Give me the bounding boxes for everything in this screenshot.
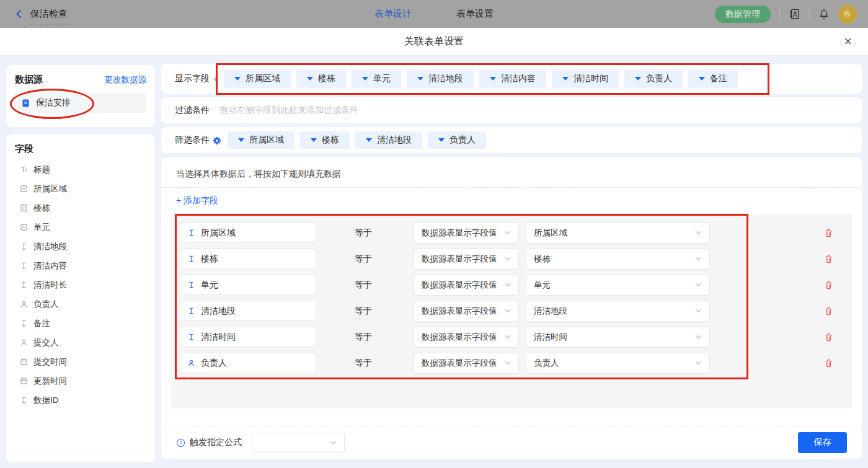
rule-source-select[interactable]: 数据源表显示字段值 — [414, 327, 519, 348]
back-chevron-icon[interactable] — [14, 9, 24, 19]
field-list-item[interactable]: 单元 — [15, 218, 148, 237]
rule-target-value: 清洁地段 — [534, 306, 567, 317]
add-field-link[interactable]: + 添加字段 — [161, 188, 242, 214]
fields-panel: 字段 标题所属区域楼栋单元清洁地段清洁内容清洁时长负责人备注提交人提交时间更新时… — [6, 135, 155, 462]
screen-condition-tag[interactable]: 楼栋 — [300, 131, 350, 149]
rule-field-name: 清洁地段 — [201, 306, 236, 317]
rule-field-input[interactable]: 单元 — [180, 275, 316, 295]
rule-target-value: 单元 — [534, 280, 551, 291]
rule-source-value: 数据源表显示字段值 — [422, 358, 497, 369]
dropdown-triangle-icon — [311, 138, 317, 142]
chevron-down-icon — [504, 231, 511, 235]
form-name-label[interactable]: 保洁检查 — [30, 8, 68, 20]
data-manage-button[interactable]: 数据管理 — [715, 6, 771, 23]
delete-rule-button[interactable] — [824, 228, 833, 238]
delete-rule-button[interactable] — [824, 280, 833, 290]
rule-field-input[interactable]: 清洁地段 — [180, 301, 316, 321]
rule-target-select[interactable]: 清洁地段 — [526, 301, 710, 322]
text-field-icon — [187, 307, 195, 315]
rule-target-value: 清洁时间 — [534, 332, 567, 343]
rule-field-input[interactable]: 所属区域 — [180, 223, 316, 243]
datasource-item[interactable]: 保洁安排 — [15, 93, 146, 113]
delete-rule-button[interactable] — [824, 306, 833, 316]
text-field-icon — [187, 333, 195, 341]
close-icon[interactable]: × — [844, 33, 852, 50]
screen-condition-tag[interactable]: 清洁地段 — [355, 131, 422, 149]
field-list-item[interactable]: 楼栋 — [15, 198, 148, 218]
chevron-down-icon — [695, 283, 702, 287]
text-field-icon — [187, 255, 195, 263]
delete-rule-button[interactable] — [824, 332, 833, 342]
add-display-field-button[interactable]: + — [213, 74, 219, 84]
rule-target-select[interactable]: 楼栋 — [526, 249, 710, 270]
tag-label: 清洁地段 — [377, 135, 412, 146]
rule-field-input[interactable]: 负责人 — [180, 353, 316, 373]
display-field-tag[interactable]: 所属区域 — [224, 69, 291, 88]
save-button[interactable]: 保存 — [798, 432, 847, 453]
rules-intro-text: 当选择具体数据后，将按如下规则填充数据 — [161, 157, 862, 187]
field-list-item[interactable]: 备注 — [15, 314, 148, 333]
rule-target-select[interactable]: 所属区域 — [526, 223, 710, 244]
question-circle-icon[interactable]: ? — [176, 438, 185, 448]
display-field-tag[interactable]: 清洁内容 — [479, 69, 546, 88]
rule-source-select[interactable]: 数据源表显示字段值 — [414, 301, 519, 322]
rule-operator-label: 等于 — [355, 332, 414, 343]
chevron-down-icon — [504, 283, 511, 287]
rule-target-value: 楼栋 — [534, 254, 551, 265]
user-avatar[interactable]: 作 — [838, 5, 857, 24]
rule-source-select[interactable]: 数据源表显示字段值 — [414, 223, 519, 244]
rule-source-value: 数据源表显示字段值 — [422, 306, 497, 317]
contacts-book-icon[interactable] — [789, 8, 800, 20]
display-field-tag[interactable]: 清洁地段 — [407, 69, 474, 88]
rule-source-select[interactable]: 数据源表显示字段值 — [414, 249, 519, 270]
rule-field-name: 负责人 — [201, 358, 227, 369]
field-list-item[interactable]: 提交时间 — [15, 352, 148, 371]
rule-field-input[interactable]: 楼栋 — [180, 249, 316, 269]
field-list-item[interactable]: 清洁地段 — [15, 237, 148, 256]
field-list-item[interactable]: 所属区域 — [15, 179, 148, 198]
person-field-icon — [20, 300, 28, 308]
rule-target-select[interactable]: 单元 — [526, 275, 710, 296]
rule-operator-label: 等于 — [355, 254, 414, 265]
display-field-tag[interactable]: 备注 — [688, 69, 738, 88]
rule-target-select[interactable]: 负责人 — [526, 353, 710, 374]
field-list-item[interactable]: 清洁时长 — [15, 275, 148, 294]
rule-target-select[interactable]: 清洁时间 — [526, 327, 710, 348]
rule-source-select[interactable]: 数据源表显示字段值 — [414, 275, 519, 296]
display-field-tag[interactable]: 负责人 — [624, 69, 683, 88]
trigger-formula-label: 触发指定公式 — [190, 437, 242, 448]
display-field-tag[interactable]: 单元 — [352, 69, 401, 88]
bell-icon[interactable] — [818, 8, 830, 20]
field-list-item[interactable]: 清洁内容 — [15, 256, 148, 275]
tab-form-settings[interactable]: 表单设置 — [456, 8, 494, 20]
change-datasource-link[interactable]: 更改数据源 — [105, 74, 147, 86]
rule-field-input[interactable]: 清洁时间 — [180, 327, 316, 347]
field-list-item[interactable]: 更新时间 — [15, 371, 148, 391]
field-list-item[interactable]: 数据ID — [15, 391, 148, 410]
field-label: 清洁时长 — [33, 280, 67, 291]
rule-operator-label: 等于 — [355, 227, 414, 239]
filter-condition-row[interactable]: 过滤条件 拖动左侧字段到此处来添加过滤条件 — [161, 97, 862, 123]
screen-condition-tag[interactable]: 负责人 — [428, 131, 486, 149]
delete-rule-button[interactable] — [824, 358, 833, 368]
tab-form-design[interactable]: 表单设计 — [374, 8, 412, 20]
screen-condition-tag[interactable]: 所属区域 — [228, 131, 294, 149]
datasource-title: 数据源 — [15, 74, 43, 86]
text-field-icon — [20, 262, 28, 270]
display-field-tag[interactable]: 清洁时间 — [552, 69, 619, 88]
field-list-item[interactable]: 负责人 — [15, 294, 148, 314]
gear-icon[interactable] — [213, 136, 221, 145]
rule-source-value: 数据源表显示字段值 — [422, 254, 497, 265]
display-field-tag[interactable]: 楼栋 — [296, 69, 346, 88]
field-list-item[interactable]: 标题 — [15, 160, 148, 179]
modal-title: 关联表单设置 — [404, 35, 464, 48]
rule-operator-label: 等于 — [355, 358, 414, 369]
field-label: 数据ID — [33, 395, 59, 406]
formula-select[interactable] — [252, 433, 345, 453]
divider — [161, 187, 862, 188]
field-label: 清洁内容 — [33, 260, 67, 272]
field-list-item[interactable]: 提交人 — [15, 333, 148, 352]
delete-rule-button[interactable] — [824, 254, 833, 264]
rule-field-name: 单元 — [201, 280, 218, 291]
rule-source-select[interactable]: 数据源表显示字段值 — [414, 353, 519, 374]
